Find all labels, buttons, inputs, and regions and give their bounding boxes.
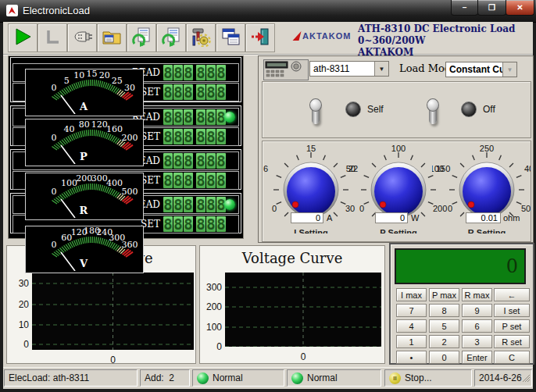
led-digit: 8: [196, 129, 205, 144]
led-digit: 8: [173, 173, 183, 188]
r-set-key[interactable]: R set: [494, 335, 530, 348]
maximize-button[interactable]: ❐: [477, 0, 506, 16]
i-max-key[interactable]: I max: [396, 288, 427, 301]
status-text: ElecLoad: ath-8311: [5, 372, 89, 383]
p-set-key[interactable]: P set: [494, 319, 530, 333]
svg-text:5: 5: [64, 76, 70, 86]
exit-icon: [250, 27, 270, 50]
status-text: Normal: [303, 372, 338, 383]
led-digit: 8: [206, 129, 216, 144]
led-digit: 8: [206, 197, 216, 212]
key-1[interactable]: 1: [396, 335, 427, 348]
key-6[interactable]: 6: [462, 319, 492, 333]
resize-grip[interactable]: [521, 373, 531, 385]
led-digit: 8: [173, 84, 183, 100]
knob-A-value: 0: [291, 212, 323, 223]
tools-icon: [191, 27, 211, 50]
led-digit: 8: [184, 109, 193, 125]
led-digit: 8: [173, 153, 183, 169]
svg-text:500: 500: [521, 204, 531, 213]
run-button[interactable]: [8, 23, 38, 52]
led-digit: 8: [206, 216, 216, 232]
status-ok-icon: [197, 372, 209, 384]
channel2-status: Normal: [287, 369, 381, 387]
led-digit: 8: [196, 197, 205, 212]
svg-text:0: 0: [52, 240, 57, 250]
exit-button[interactable]: [245, 23, 275, 52]
key-0[interactable]: 0: [429, 351, 459, 364]
key-2[interactable]: 2: [429, 335, 459, 348]
key-5[interactable]: 5: [429, 319, 459, 333]
close-button[interactable]: ✕: [506, 0, 534, 16]
svg-text:0: 0: [52, 187, 57, 197]
led-digit: 8: [184, 153, 193, 169]
svg-text:30: 30: [124, 83, 135, 93]
key-7[interactable]: 7: [396, 304, 427, 317]
device-select[interactable]: ath-8311 ▼: [309, 61, 389, 77]
enter-key[interactable]: Enter: [462, 351, 492, 364]
report-refresh-button[interactable]: [127, 23, 156, 52]
svg-text:10: 10: [73, 70, 84, 80]
svg-text:0: 0: [52, 83, 57, 93]
tools-button[interactable]: [186, 23, 216, 52]
analog-meter-P: 04080120160200P: [25, 119, 144, 166]
title-bar[interactable]: ElectronicLoad – ❐ ✕: [0, 0, 536, 23]
led-digit: 8: [184, 129, 193, 144]
status-text: Add: 2: [141, 372, 174, 383]
window-title: ElectronicLoad: [23, 5, 90, 16]
key-4[interactable]: 4: [396, 319, 427, 333]
connect-icon: [72, 27, 92, 50]
knob-ohm-value: 0.01: [466, 212, 501, 223]
chart-voltage: Voltage Curve30020010000: [199, 245, 385, 364]
svg-text:250: 250: [480, 144, 494, 153]
r-max-key[interactable]: R max: [462, 288, 492, 301]
device-status: ElecLoad: ath-8311: [4, 369, 138, 387]
led-digit: 8: [184, 65, 193, 80]
led-digit: 8: [163, 129, 173, 144]
led-digit: 8: [206, 84, 216, 100]
minimize-button[interactable]: –: [451, 0, 478, 16]
svg-text:40: 40: [63, 124, 74, 134]
svg-text:400: 400: [524, 164, 531, 173]
clear-key[interactable]: C: [494, 351, 530, 364]
svg-text:20: 20: [99, 70, 110, 80]
led-digit: 8: [163, 216, 173, 232]
address-status: Add: 2: [140, 369, 190, 387]
svg-text:0: 0: [448, 204, 452, 213]
windows-icon: [220, 27, 241, 50]
brand-logo-text: AKTAKOM: [302, 31, 351, 41]
led-digit: 8: [173, 129, 183, 144]
report-refresh-icon: [131, 27, 152, 50]
p-max-key[interactable]: P max: [429, 288, 459, 301]
stop-button[interactable]: [38, 23, 67, 52]
report-refresh2-button[interactable]: [156, 23, 186, 52]
device-select-chevron-down-icon[interactable]: ▼: [374, 62, 388, 76]
led-digit: 8: [196, 84, 205, 100]
windows-button[interactable]: [216, 23, 245, 52]
brand-logo: AKTAKOM: [294, 31, 351, 41]
i-set-key[interactable]: I set: [494, 304, 530, 317]
load-toggle-switch[interactable]: [426, 99, 440, 127]
y-axis-tick-label: 0: [200, 341, 222, 352]
knob-ohm-control[interactable]: 0100250400500: [432, 141, 531, 242]
key-8[interactable]: 8: [429, 304, 459, 317]
connect-button[interactable]: [67, 23, 97, 52]
knob-W-unit-label: W: [411, 213, 419, 223]
power-toggle-switch[interactable]: [309, 99, 323, 127]
stop-icon: [42, 27, 63, 50]
svg-text:15: 15: [87, 69, 98, 79]
load-mode-select[interactable]: Constant Curre ▼: [445, 62, 517, 77]
key-3[interactable]: 3: [462, 335, 492, 348]
status-ok-icon: [291, 372, 303, 384]
decimal-key[interactable]: •: [396, 351, 427, 364]
data-folder-button[interactable]: [97, 23, 127, 52]
control-panel: ath-8311 ▼ Load Mode: Constant Curre ▼ S…: [258, 55, 534, 243]
x-axis-tick-label: 0: [105, 355, 121, 365]
knob-W-setting-label: P Setting: [363, 229, 434, 233]
y-axis-tick-label: 0: [7, 339, 29, 350]
led-digit: 8: [196, 109, 205, 125]
backspace-key[interactable]: ←: [494, 288, 530, 301]
led-display-read: 888888: [163, 197, 227, 212]
svg-text:50: 50: [346, 164, 356, 173]
key-9[interactable]: 9: [462, 304, 492, 317]
